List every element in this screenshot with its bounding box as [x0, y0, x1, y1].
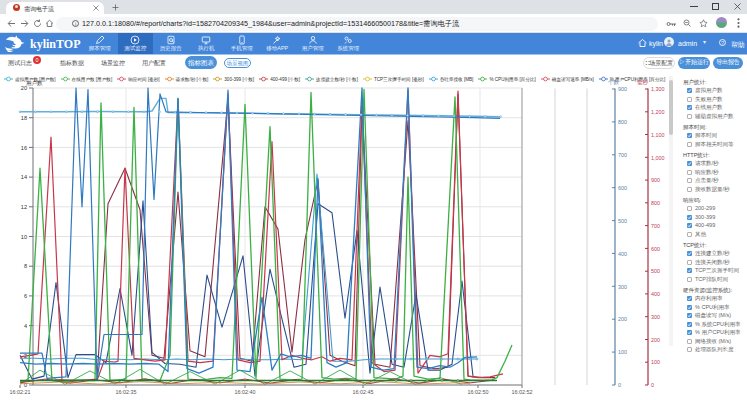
svg-text:300: 300: [618, 284, 627, 290]
svg-text:18: 18: [21, 115, 27, 121]
svg-text:600: 600: [618, 185, 627, 191]
svg-text:16:02:40: 16:02:40: [235, 389, 256, 395]
svg-text:400: 400: [651, 291, 660, 297]
svg-text:8: 8: [24, 263, 27, 269]
svg-text:100: 100: [618, 349, 627, 355]
svg-text:800: 800: [618, 119, 627, 125]
svg-text:1,100: 1,100: [651, 132, 665, 138]
svg-text:100: 100: [651, 359, 660, 365]
svg-text:20: 20: [21, 85, 27, 91]
svg-text:16:02:21: 16:02:21: [10, 389, 31, 395]
svg-text:700: 700: [618, 152, 627, 158]
svg-text:200: 200: [651, 337, 660, 343]
svg-text:800: 800: [651, 200, 660, 206]
svg-text:200: 200: [618, 316, 627, 322]
svg-text:400: 400: [618, 251, 627, 257]
svg-text:6: 6: [24, 293, 27, 299]
svg-text:4: 4: [24, 323, 27, 329]
svg-text:16:02:45: 16:02:45: [353, 389, 374, 395]
svg-text:300: 300: [651, 314, 660, 320]
svg-text:16: 16: [21, 145, 27, 151]
svg-text:16:02:50: 16:02:50: [468, 389, 489, 395]
svg-text:700: 700: [651, 223, 660, 229]
svg-text:0: 0: [24, 382, 27, 388]
svg-text:10: 10: [21, 234, 27, 240]
svg-text:0: 0: [651, 382, 654, 388]
svg-text:600: 600: [651, 246, 660, 252]
svg-text:900: 900: [618, 86, 627, 92]
svg-text:1,000: 1,000: [651, 155, 665, 161]
svg-text:16:02:35: 16:02:35: [116, 389, 137, 395]
svg-text:1,300: 1,300: [651, 86, 665, 92]
svg-text:16:02:52: 16:02:52: [512, 389, 533, 395]
svg-text:12: 12: [21, 204, 27, 210]
svg-text:14: 14: [21, 174, 27, 180]
svg-text:1,200: 1,200: [651, 109, 665, 115]
svg-text:500: 500: [618, 218, 627, 224]
svg-text:900: 900: [651, 177, 660, 183]
svg-text:0: 0: [618, 382, 621, 388]
svg-text:500: 500: [651, 268, 660, 274]
